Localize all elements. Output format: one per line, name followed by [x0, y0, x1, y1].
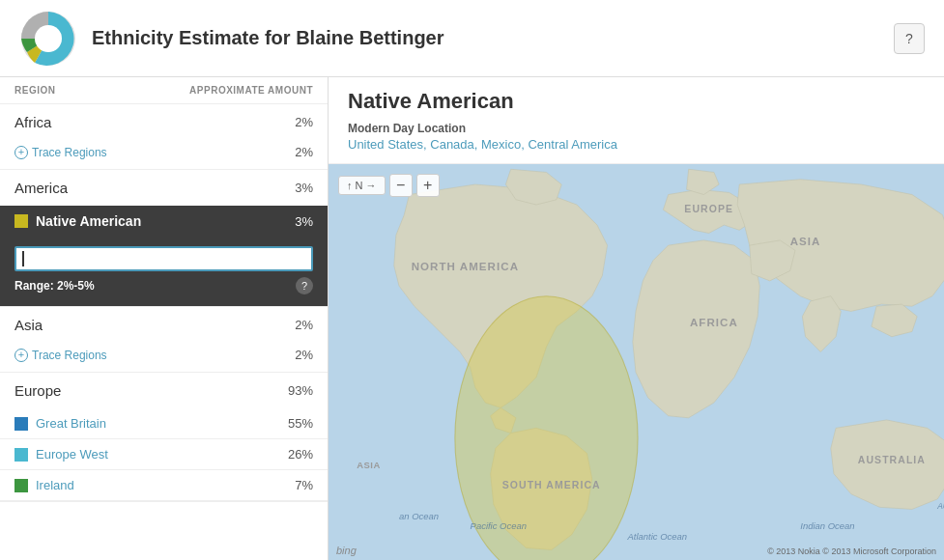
world-map-svg: NORTH AMERICA SOUTH AMERICA AFRICA ASIA … — [329, 164, 944, 560]
col-amount: APPROXIMATE AMOUNT — [189, 85, 313, 96]
sub-item-label-great-britain: Great Britain — [14, 416, 106, 431]
range-input-wrapper[interactable] — [14, 246, 313, 271]
svg-text:AFRICA: AFRICA — [690, 317, 738, 328]
sub-item-label-europe-west: Europe West — [14, 447, 108, 462]
main-layout: REGION APPROXIMATE AMOUNT Africa 2% + Tr… — [0, 77, 944, 560]
great-britain-swatch — [14, 417, 28, 431]
zoom-out-button[interactable]: − — [389, 174, 413, 197]
zoom-in-button[interactable]: + — [416, 174, 440, 197]
svg-text:NORTH AMERICA: NORTH AMERICA — [412, 261, 519, 272]
trace-pct-africa: 2% — [295, 145, 313, 159]
trace-pct-asia: 2% — [295, 348, 313, 362]
col-region: REGION — [14, 85, 55, 96]
region-group-america: America 3% Native American 3% Range: 2%-… — [0, 170, 328, 307]
range-label: Range: 2%-5% — [14, 279, 95, 293]
trace-label-asia: + Trace Regions — [14, 349, 107, 362]
svg-text:Pacific Ocean: Pacific Ocean — [471, 520, 527, 531]
region-name-america: America — [14, 180, 68, 196]
region-row-europe[interactable]: Europe 93% — [0, 373, 328, 408]
app-header: Ethnicity Estimate for Blaine Bettinger … — [0, 0, 944, 77]
trace-row-asia[interactable]: + Trace Regions 2% — [0, 343, 328, 372]
sub-item-row-ireland[interactable]: Ireland 7% — [0, 470, 328, 501]
trace-row-africa[interactable]: + Trace Regions 2% — [0, 140, 328, 169]
compass-button[interactable]: ↑ N → — [338, 176, 386, 195]
region-name-asia: Asia — [14, 317, 43, 333]
map-container[interactable]: NORTH AMERICA SOUTH AMERICA AFRICA ASIA … — [329, 164, 944, 560]
detail-header: Native American Modern Day Location Unit… — [329, 77, 944, 164]
svg-point-1 — [35, 25, 62, 52]
range-cursor — [22, 251, 24, 266]
region-pct-america: 3% — [295, 181, 313, 195]
selected-item-label: Native American — [14, 213, 141, 229]
svg-text:SOUTH AMERICA: SOUTH AMERICA — [502, 479, 601, 490]
column-headers: REGION APPROXIMATE AMOUNT — [0, 77, 328, 104]
detail-location-value: United States, Canada, Mexico, Central A… — [348, 137, 925, 152]
region-pct-africa: 2% — [295, 115, 313, 129]
range-label-row: Range: 2%-5% ? — [14, 277, 313, 294]
ireland-pct: 7% — [295, 478, 313, 492]
detail-location-label: Modern Day Location — [348, 122, 925, 135]
detail-title: Native American — [348, 89, 925, 114]
svg-text:an Ocean: an Ocean — [399, 511, 439, 521]
svg-text:AUSTRALIA: AUSTRALIA — [858, 454, 926, 465]
sub-item-label-ireland: Ireland — [14, 478, 74, 492]
great-britain-pct: 55% — [288, 416, 313, 431]
selected-item-native-american[interactable]: Native American 3% — [0, 206, 328, 237]
region-row-america[interactable]: America 3% — [0, 170, 328, 206]
native-american-label: Native American — [36, 213, 141, 229]
region-name-europe: Europe — [14, 382, 61, 399]
region-group-europe: Europe 93% Great Britain 55% Europe West… — [0, 373, 328, 502]
svg-text:Atlantic Ocean: Atlantic Ocean — [627, 531, 687, 542]
europe-west-pct: 26% — [288, 447, 313, 462]
europe-west-swatch — [14, 448, 28, 462]
region-row-africa[interactable]: Africa 2% — [0, 104, 328, 140]
ireland-swatch — [14, 479, 28, 492]
svg-text:AU: AU — [936, 501, 944, 511]
region-name-africa: Africa — [14, 114, 51, 130]
sub-item-row-europe-west[interactable]: Europe West 26% — [0, 439, 328, 470]
map-attribution: © 2013 Nokia © 2013 Microsoft Corporatio… — [767, 546, 936, 556]
native-american-pct: 3% — [295, 214, 313, 229]
pie-chart-logo — [19, 10, 77, 68]
add-circle-icon-asia: + — [14, 349, 28, 362]
right-panel: Native American Modern Day Location Unit… — [329, 77, 944, 560]
trace-label-africa: + Trace Regions — [14, 146, 107, 159]
bing-logo: bing — [336, 545, 357, 556]
sub-item-row-great-britain[interactable]: Great Britain 55% — [0, 408, 328, 439]
native-american-swatch — [14, 214, 28, 228]
svg-text:ASIA: ASIA — [790, 236, 821, 247]
add-circle-icon: + — [14, 146, 28, 159]
region-group-africa: Africa 2% + Trace Regions 2% — [0, 104, 328, 170]
region-pct-asia: 2% — [295, 318, 313, 332]
map-controls: ↑ N → − + — [338, 174, 440, 197]
region-pct-europe: 93% — [288, 383, 313, 398]
range-help-button[interactable]: ? — [296, 277, 313, 294]
page-title: Ethnicity Estimate for Blaine Bettinger — [92, 27, 894, 49]
svg-text:EUROPE: EUROPE — [684, 203, 733, 214]
svg-text:Indian Ocean: Indian Ocean — [800, 520, 854, 531]
range-area: Range: 2%-5% ? — [0, 237, 328, 306]
svg-text:ASIA: ASIA — [357, 460, 381, 470]
region-row-asia[interactable]: Asia 2% — [0, 307, 328, 343]
left-panel: REGION APPROXIMATE AMOUNT Africa 2% + Tr… — [0, 77, 329, 560]
help-button[interactable]: ? — [894, 23, 925, 54]
region-group-asia: Asia 2% + Trace Regions 2% — [0, 307, 328, 373]
